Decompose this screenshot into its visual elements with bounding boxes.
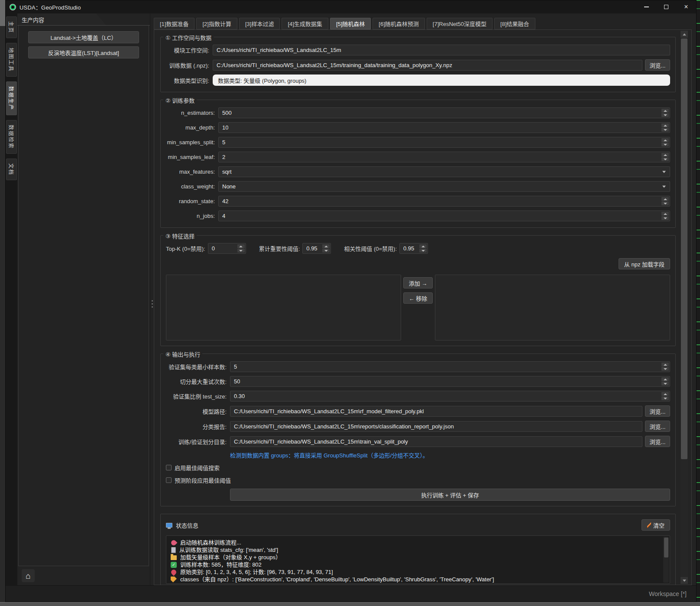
tab-result-fusion[interactable]: [8]结果融合 — [494, 18, 535, 29]
train-val-split-dir-input[interactable]: C:/Users/richi/TI_richiebao/WS_Landsat2L… — [230, 436, 642, 447]
sidebar-tab-data-production[interactable]: 数据生产 — [6, 81, 17, 115]
min-samples-leaf-input[interactable]: 2 — [218, 152, 670, 162]
spin-up-button[interactable] — [661, 197, 669, 201]
module-workspace-label: 模块工作空间: — [166, 46, 209, 54]
maximize-button[interactable] — [656, 0, 676, 13]
panel-splitter-handle[interactable] — [150, 291, 154, 317]
max-depth-input[interactable]: 10 — [218, 122, 670, 133]
spin-down-button[interactable] — [661, 113, 669, 117]
spin-down-button[interactable] — [661, 382, 669, 386]
spin-down-button[interactable] — [661, 201, 669, 205]
dropdown-arrow-icon — [662, 185, 666, 188]
spin-up-button[interactable] — [661, 392, 669, 396]
max-features-select[interactable]: sqrt — [218, 166, 670, 177]
workspace-data-group-title: ① 工作空间与数据 — [163, 33, 214, 42]
training-data-input[interactable]: C:/Users/richi/TI_richiebao/WS_Landsat2L… — [213, 60, 642, 71]
spin-up-button[interactable] — [322, 244, 330, 248]
apply-best-threshold-checkbox[interactable] — [166, 477, 172, 483]
max-split-retries-input[interactable]: 50 — [230, 376, 670, 387]
tab-index-calculation[interactable]: [2]指数计算 — [196, 18, 237, 29]
remove-field-button[interactable]: ← 移除 — [403, 292, 433, 304]
selected-fields-list[interactable] — [435, 275, 670, 340]
spin-down-button[interactable] — [661, 367, 669, 371]
tab-random-forest[interactable]: [5]随机森林 — [330, 18, 371, 29]
log-scrollbar[interactable] — [663, 537, 669, 583]
tab-resnet50-model[interactable]: [7]ResNet50深度模型 — [427, 18, 493, 29]
run-training-button[interactable]: 执行训练 + 评估 + 保存 — [230, 489, 670, 501]
random-state-input[interactable]: 42 — [218, 196, 670, 207]
data-type-indicator: 数据类型: 矢量级 (Polygon, groups) — [213, 75, 670, 86]
tag-icon — [171, 577, 177, 583]
tab-rf-prediction[interactable]: [6]随机森林预测 — [373, 18, 425, 29]
cumulative-importance-input[interactable]: 0.95 — [302, 243, 331, 254]
module-workspace-input[interactable]: C:/Users/richi/TI_richiebao/WS_Landsat2L… — [213, 45, 670, 55]
spin-down-button[interactable] — [419, 249, 427, 253]
model-path-browse-button[interactable]: 浏览... — [645, 405, 670, 417]
spin-down-button[interactable] — [661, 128, 669, 132]
clear-log-button[interactable]: 清空 — [642, 519, 670, 531]
main-vertical-scrollbar[interactable] — [681, 31, 688, 584]
spin-up-button[interactable] — [661, 123, 669, 127]
log-line: classes（来自 npz）: ['BareConstruction', 'C… — [171, 576, 661, 583]
train-val-split-browse-button[interactable]: 浏览... — [645, 436, 670, 447]
min-samples-per-class-label: 验证集每类最小样本数: — [166, 363, 227, 371]
home-button[interactable]: ⌂ — [22, 569, 35, 582]
spinner — [661, 123, 669, 132]
screen: s USDA：GeoProdStudio × 主页 地图工具 数据生产 数据检索… — [0, 0, 700, 606]
model-path-input[interactable]: C:/Users/richi/TI_richiebao/WS_Landsat2L… — [230, 406, 642, 417]
tab-sample-filter[interactable]: [3]样本过滤 — [239, 18, 280, 29]
side-tab-strip: 主页 地图工具 数据生产 数据检索 文档 — [6, 13, 17, 585]
correlation-threshold-input[interactable]: 0.95 — [399, 243, 428, 254]
scrollbar-thumb[interactable] — [681, 39, 687, 459]
spin-down-button[interactable] — [237, 249, 245, 253]
topk-input[interactable]: 0 — [208, 243, 246, 254]
sidebar-tab-home[interactable]: 主页 — [6, 16, 17, 38]
spin-up-button[interactable] — [661, 153, 669, 157]
scroll-down-button[interactable] — [681, 577, 688, 584]
check-icon: ✓ — [171, 562, 177, 568]
sidebar-tab-data-retrieval[interactable]: 数据检索 — [6, 120, 17, 154]
min-samples-per-class-input[interactable]: 5 — [230, 361, 670, 372]
training-data-browse-button[interactable]: 浏览... — [645, 59, 670, 71]
close-button[interactable]: × — [676, 0, 696, 13]
spin-up-button[interactable] — [661, 377, 669, 381]
spin-down-button[interactable] — [661, 143, 669, 146]
spin-up-button[interactable] — [419, 244, 427, 248]
sidebar-tab-map-tools[interactable]: 地图工具 — [6, 43, 17, 77]
spin-down-button[interactable] — [661, 396, 669, 400]
load-fields-from-npz-button[interactable]: 从 npz 加载字段 — [619, 258, 670, 269]
class-weight-label: class_weight: — [166, 183, 215, 190]
tab-data-preparation[interactable]: [1]数据准备 — [154, 18, 194, 29]
classification-report-browse-button[interactable]: 浏览... — [645, 421, 670, 432]
spin-down-button[interactable] — [661, 157, 669, 161]
test-size-input[interactable]: 0.30 — [230, 391, 670, 402]
class-weight-select[interactable]: None — [218, 181, 670, 192]
spin-up-button[interactable] — [661, 109, 669, 113]
spin-down-button[interactable] — [661, 216, 669, 220]
classification-report-input[interactable]: C:/Users/richi/TI_richiebao/WS_Landsat2L… — [230, 421, 642, 432]
n-jobs-input[interactable]: 4 — [218, 211, 670, 221]
add-field-button[interactable]: 添加 → — [403, 277, 433, 288]
minimize-button[interactable] — [636, 0, 656, 13]
spin-up-button[interactable] — [661, 212, 669, 216]
spin-up-button[interactable] — [661, 363, 669, 366]
tab-dataset-generation[interactable]: [4]生成数据集 — [282, 18, 328, 29]
scroll-up-button[interactable] — [681, 31, 688, 38]
best-threshold-search-checkbox[interactable] — [166, 465, 172, 470]
workspace-data-group: ① 工作空间与数据 模块工作空间: C:/Users/richi/TI_rich… — [160, 37, 676, 92]
spin-down-button[interactable] — [322, 249, 330, 253]
status-log[interactable]: 启动随机森林训练流程... 从训练数据读取 stats_cfg: ['mean'… — [166, 535, 670, 584]
min-samples-split-input[interactable]: 5 — [218, 137, 670, 148]
sidebar-tab-docs[interactable]: 文档 — [6, 159, 17, 180]
window-body: 主页 地图工具 数据生产 数据检索 文档 生产内容 Landsat->土地覆盖（… — [6, 13, 696, 585]
monitor-icon — [166, 523, 172, 528]
content-button-landsat-lc[interactable]: Landsat->土地覆盖（LC） — [28, 31, 139, 43]
model-path-label: 模型路径: — [166, 407, 227, 415]
spin-up-button[interactable] — [237, 244, 245, 248]
app-logo-icon — [10, 4, 16, 10]
available-fields-list[interactable] — [166, 275, 401, 340]
content-button-lst-landsat[interactable]: 反演地表温度(LST)[Landsat] — [28, 46, 139, 58]
n-estimators-input[interactable]: 500 — [218, 107, 670, 118]
spin-up-button[interactable] — [661, 138, 669, 142]
log-scrollbar-thumb[interactable] — [664, 538, 668, 557]
